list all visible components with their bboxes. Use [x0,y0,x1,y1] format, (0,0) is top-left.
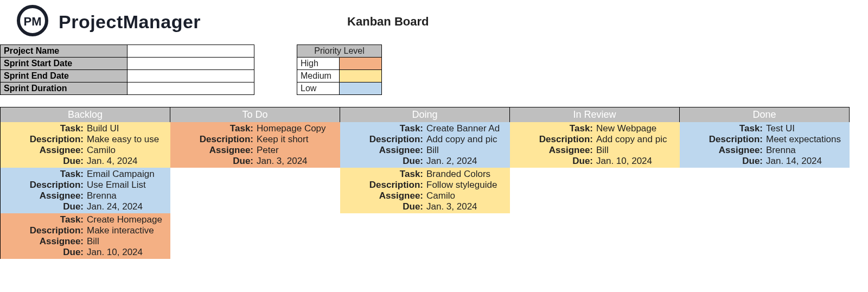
card-label-assignee: Assignee: [1,191,85,201]
card-value-assignee: Brenna [87,191,168,201]
card-label-assignee: Assignee: [1,145,85,156]
card-label-assignee: Assignee: [170,145,254,156]
legend-label-high: High [297,58,340,70]
card-value-description: Use Email List [87,180,168,191]
card-label-due: Due: [510,156,594,167]
card-label-description: Description: [340,180,424,191]
column-body: Task:Homepage CopyDescription:Keep it sh… [170,122,340,168]
meta-label-project-name: Project Name [1,45,127,58]
card-value-assignee: Peter [257,145,338,156]
card-value-due: Jan. 14, 2024 [766,156,847,167]
card-label-task: Task: [1,214,85,225]
card-value-description: Meet expectations [766,134,847,145]
kanban-card[interactable]: Task:Branded ColorsDescription:Follow st… [340,168,510,213]
card-value-description: Add copy and pic [426,134,508,145]
card-label-description: Description: [1,225,85,236]
card-label-task: Task: [170,123,254,134]
card-value-description: Follow styleguide [426,180,508,191]
sprint-meta-table: Project Name Sprint Start Date Sprint En… [0,45,254,95]
kanban-card[interactable]: Task:Email CampaignDescription:Use Email… [1,168,170,213]
meta-value-project-name[interactable] [127,45,254,58]
legend-label-medium: Medium [297,70,340,82]
card-value-due: Jan. 4, 2024 [87,156,168,167]
pm-logo-icon: PM [16,4,49,39]
card-label-assignee: Assignee: [1,236,85,247]
priority-legend: Priority Level High Medium Low [297,45,382,95]
legend-label-low: Low [297,82,340,95]
card-label-due: Due: [1,247,85,258]
kanban-card[interactable]: Task:Homepage CopyDescription:Keep it sh… [170,122,340,168]
card-label-due: Due: [340,201,424,212]
card-value-task: Build UI [87,123,168,134]
kanban-card[interactable]: Task:Test UIDescription:Meet expectation… [680,122,850,168]
header: PM ProjectManager Kanban Board [0,0,868,45]
meta-value-sprint-start[interactable] [127,58,254,70]
card-value-description: Keep it short [257,134,338,145]
card-value-description: Make easy to use [87,134,168,145]
card-value-due: Jan. 10, 2024 [87,247,168,258]
card-value-task: Create Homepage [87,214,168,225]
card-label-assignee: Assignee: [680,145,764,156]
card-value-assignee: Brenna [766,145,847,156]
column-header: Doing [340,107,510,122]
card-label-task: Task: [680,123,764,134]
kanban-card[interactable]: Task:Create Banner AdDescription:Add cop… [340,122,510,168]
brand-logo: PM ProjectManager [16,4,201,39]
card-value-description: Add copy and pic [596,134,678,145]
meta-value-sprint-duration[interactable] [127,82,254,95]
card-label-assignee: Assignee: [510,145,594,156]
meta-label-sprint-end: Sprint End Date [1,70,127,82]
card-label-due: Due: [1,201,85,212]
card-label-description: Description: [680,134,764,145]
column-header: Done [680,107,850,122]
card-label-due: Due: [340,156,424,167]
kanban-board: BacklogTo DoDoingIn ReviewDoneTask:Build… [0,107,868,259]
meta-value-sprint-end[interactable] [127,70,254,82]
kanban-card[interactable]: Task:Build UIDescription:Make easy to us… [1,122,170,168]
svg-text:PM: PM [24,15,42,28]
card-value-task: New Webpage [596,123,678,134]
card-label-task: Task: [1,169,85,180]
card-value-task: Email Campaign [87,169,168,180]
card-value-task: Branded Colors [426,169,508,180]
card-label-due: Due: [170,156,254,167]
legend-swatch-low [340,82,382,95]
kanban-card[interactable]: Task:Create HomepageDescription:Make int… [1,213,170,259]
card-label-description: Description: [170,134,254,145]
card-value-due: Jan. 3, 2024 [426,201,508,212]
card-label-description: Description: [1,180,85,191]
page-title: Kanban Board [347,15,429,29]
card-label-description: Description: [1,134,85,145]
brand-name: ProjectManager [59,11,201,33]
meta-and-legend: Project Name Sprint Start Date Sprint En… [0,45,868,95]
card-label-task: Task: [1,123,85,134]
column-header: In Review [510,107,680,122]
column-body: Task:Build UIDescription:Make easy to us… [1,122,170,259]
column-body: Task:New WebpageDescription:Add copy and… [510,122,680,168]
card-value-assignee: Bill [426,145,508,156]
card-label-assignee: Assignee: [340,145,424,156]
card-value-description: Make interactive [87,225,168,236]
card-value-task: Create Banner Ad [426,123,508,134]
card-value-task: Test UI [766,123,847,134]
legend-swatch-medium [340,70,382,82]
card-value-due: Jan. 3, 2024 [257,156,338,167]
card-value-assignee: Bill [87,236,168,247]
card-value-due: Jan. 2, 2024 [426,156,508,167]
legend-swatch-high [340,58,382,70]
meta-label-sprint-start: Sprint Start Date [1,58,127,70]
legend-title: Priority Level [297,45,382,58]
kanban-card[interactable]: Task:New WebpageDescription:Add copy and… [510,122,680,168]
card-value-due: Jan. 24, 2024 [87,201,168,212]
card-label-task: Task: [510,123,594,134]
card-label-task: Task: [340,169,424,180]
card-value-assignee: Camilo [87,145,168,156]
card-label-description: Description: [510,134,594,145]
card-value-assignee: Camilo [426,191,508,201]
card-value-assignee: Bill [596,145,678,156]
column-body: Task:Create Banner AdDescription:Add cop… [340,122,510,213]
card-label-assignee: Assignee: [340,191,424,201]
column-body: Task:Test UIDescription:Meet expectation… [680,122,850,168]
card-value-due: Jan. 10, 2024 [596,156,678,167]
card-label-task: Task: [340,123,424,134]
